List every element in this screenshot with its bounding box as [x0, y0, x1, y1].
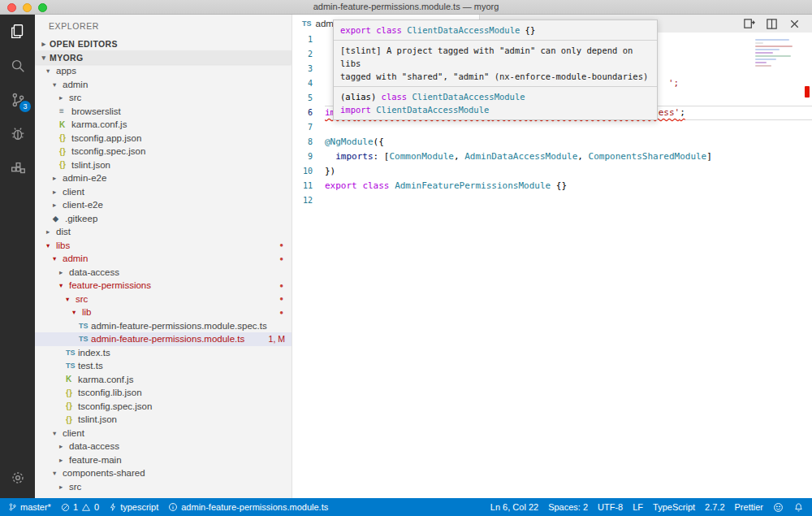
- debug-icon[interactable]: [0, 117, 35, 151]
- typescript-version[interactable]: 2.7.2: [705, 502, 724, 512]
- tree-folder-client[interactable]: ▾client: [35, 427, 292, 440]
- split-editor-icon[interactable]: [766, 18, 778, 30]
- chevron-down-icon: ▾: [72, 308, 82, 316]
- settings-gear-icon[interactable]: [0, 461, 35, 495]
- tree-folder-data-access[interactable]: ▸data-access: [35, 440, 292, 453]
- tree-folder-src[interactable]: ▾src●: [35, 293, 292, 306]
- minimize-window-button[interactable]: [23, 3, 32, 12]
- chevron-down-icon: ▾: [53, 429, 63, 437]
- zoom-window-button[interactable]: [38, 3, 47, 12]
- code-line-10[interactable]: 10}): [292, 164, 812, 179]
- tree-file-karma.conf.js[interactable]: Kkarma.conf.js: [35, 118, 292, 132]
- json-file-icon: {}: [59, 147, 71, 156]
- project-root-header[interactable]: ▾ MYORG: [35, 50, 292, 64]
- chevron-right-icon: ▸: [53, 174, 63, 182]
- language-mode[interactable]: TypeScript: [653, 502, 695, 512]
- feedback-smiley[interactable]: [773, 502, 784, 513]
- code-line-11[interactable]: 11export class AdminFeaturePermissionsMo…: [292, 179, 812, 193]
- code-token: {}: [551, 180, 567, 191]
- minimap-line: [755, 55, 791, 57]
- tree-folder-feature-main[interactable]: ▸feature-main: [35, 453, 292, 467]
- typescript-status[interactable]: typescript: [109, 502, 158, 512]
- karma-file-icon: K: [59, 120, 71, 129]
- error-dot-badge: ●: [279, 241, 283, 249]
- tree-file-admin-feature-permissions.module.ts[interactable]: TSadmin-feature-permissions.module.ts1, …: [35, 332, 292, 346]
- tree-folder-src[interactable]: ▸src: [35, 480, 292, 494]
- code-token: : [: [374, 151, 390, 162]
- warning-icon: [81, 503, 91, 512]
- tree-folder-libs[interactable]: ▾libs●: [35, 239, 292, 253]
- source-control-icon[interactable]: 3: [0, 83, 35, 117]
- cursor-position[interactable]: Ln 6, Col 22: [490, 502, 538, 512]
- open-changes-icon[interactable]: [743, 18, 755, 30]
- tree-file-test.ts[interactable]: TStest.ts: [35, 359, 292, 373]
- open-editors-label: OPEN EDITORS: [50, 39, 118, 49]
- tree-folder-admin[interactable]: ▾admin: [35, 78, 292, 92]
- close-window-button[interactable]: [7, 3, 16, 12]
- tree-file-tsconfig.lib.json[interactable]: {}tsconfig.lib.json: [35, 386, 292, 400]
- tree-folder-admin[interactable]: ▾admin●: [35, 252, 292, 266]
- code-token: ComponentsSharedModule: [589, 151, 707, 162]
- tree-item-label: tsconfig.lib.json: [78, 388, 142, 397]
- tree-file-browserslist[interactable]: ≡browserslist: [35, 105, 292, 119]
- tree-folder-client-e2e[interactable]: ▸client-e2e: [35, 198, 292, 212]
- hover-alias-line: (alias) class ClientDataAccessModule: [340, 90, 650, 103]
- open-editors-header[interactable]: ▸ OPEN EDITORS: [35, 37, 292, 50]
- explorer-sidebar: EXPLORER ▸ OPEN EDITORS ▾ MYORG ▾apps▾ad…: [35, 15, 292, 498]
- code-line-8[interactable]: 8@NgModule({: [292, 135, 812, 150]
- tree-folder-lib[interactable]: ▾lib●: [35, 306, 292, 319]
- code-line-12[interactable]: 12: [292, 193, 812, 208]
- tree-file-admin-feature-permissions.module.spec.ts[interactable]: TSadmin-feature-permissions.module.spec.…: [35, 319, 292, 333]
- info-icon: [168, 502, 178, 512]
- tree-folder-dist[interactable]: ▸dist: [35, 225, 292, 239]
- code-line-9[interactable]: 9 imports: [CommonModule, AdminDataAcces…: [292, 150, 812, 164]
- notifications-bell[interactable]: [793, 502, 804, 513]
- tree-file-tsconfig.app.json[interactable]: {}tsconfig.app.json: [35, 132, 292, 145]
- line-number: 8: [292, 135, 325, 150]
- tree-folder-src[interactable]: ▸src: [35, 91, 292, 105]
- tree-folder-feature-permissions[interactable]: ▾feature-permissions●: [35, 279, 292, 293]
- encoding-setting[interactable]: UTF-8: [598, 502, 623, 512]
- tree-file-index.ts[interactable]: TSindex.ts: [35, 346, 292, 360]
- minimap[interactable]: [755, 36, 799, 68]
- eol-setting[interactable]: LF: [633, 502, 643, 512]
- overview-ruler[interactable]: [803, 15, 810, 498]
- scm-badge: 3: [19, 101, 31, 112]
- code-token: ]: [706, 151, 712, 162]
- indentation-setting[interactable]: Spaces: 2: [548, 502, 588, 512]
- tree-item-label: test.ts: [78, 361, 103, 371]
- tree-folder-admin-e2e[interactable]: ▸admin-e2e: [35, 171, 292, 185]
- line-content: imports: [CommonModule, AdminDataAccessM…: [325, 150, 812, 164]
- tree-folder-apps[interactable]: ▾apps: [35, 64, 292, 78]
- git-branch-status[interactable]: master*: [8, 502, 51, 512]
- formatter-status[interactable]: Prettier: [735, 502, 763, 512]
- chevron-down-icon: ▾: [53, 254, 63, 262]
- code-token: import: [340, 105, 371, 115]
- problems-status[interactable]: 1 0: [61, 502, 99, 512]
- tree-file-tslint.json[interactable]: {}tslint.json: [35, 158, 292, 172]
- tree-item-label: components-shared: [63, 468, 145, 478]
- tree-folder-components-shared[interactable]: ▾components-shared: [35, 466, 292, 480]
- explorer-icon[interactable]: [0, 15, 35, 49]
- tree-folder-data-access[interactable]: ▸data-access: [35, 266, 292, 280]
- tree-item-label: admin: [63, 80, 88, 89]
- tree-file-.gitkeep[interactable]: ◆.gitkeep: [35, 212, 292, 226]
- tree-file-karma.conf.js[interactable]: Kkarma.conf.js: [35, 373, 292, 387]
- close-icon[interactable]: [788, 18, 801, 30]
- tree-file-tsconfig.spec.json[interactable]: {}tsconfig.spec.json: [35, 400, 292, 414]
- tree-item-label: apps: [56, 66, 76, 76]
- tree-file-tsconfig.spec.json[interactable]: {}tsconfig.spec.json: [35, 145, 292, 158]
- chevron-right-icon: ▸: [53, 188, 63, 196]
- extensions-icon[interactable]: [0, 151, 35, 185]
- tree-item-label: src: [76, 294, 88, 304]
- tree-file-tslint.json[interactable]: {}tslint.json: [35, 413, 292, 427]
- code-line-7[interactable]: 7: [292, 120, 812, 135]
- line-number: 5: [292, 91, 325, 106]
- tree-folder-client[interactable]: ▸client: [35, 185, 292, 199]
- title-bar: admin-feature-permissions.module.ts — my…: [0, 0, 812, 15]
- file-info-status[interactable]: admin-feature-permissions.module.ts: [168, 502, 328, 512]
- status-bar: master* 1 0 typescript admin-feature-per…: [0, 498, 812, 516]
- code-token: ,: [577, 151, 588, 162]
- error-dot-badge: ●: [279, 282, 283, 289]
- search-icon[interactable]: [0, 49, 35, 83]
